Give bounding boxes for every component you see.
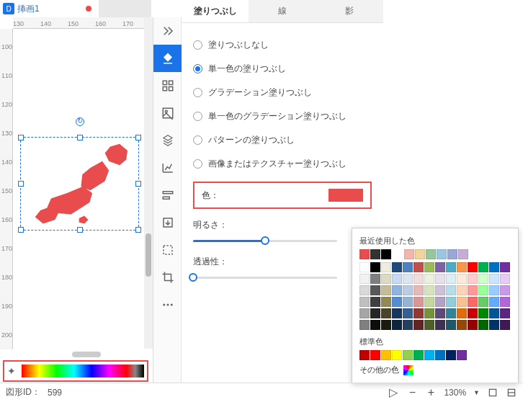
color-cell[interactable] <box>468 262 478 272</box>
color-cell[interactable] <box>392 262 402 272</box>
collapse-panel-button[interactable] <box>153 17 182 45</box>
image-tool-button[interactable] <box>153 99 182 127</box>
align-tool-button[interactable] <box>153 182 182 209</box>
color-cell[interactable] <box>370 308 380 318</box>
zoom-level[interactable]: 130% <box>444 388 466 398</box>
resize-handle-bm[interactable] <box>77 227 83 233</box>
color-cell[interactable] <box>414 285 424 295</box>
color-cell[interactable] <box>424 274 434 284</box>
selection-box[interactable] <box>20 137 139 231</box>
color-cell[interactable] <box>414 297 424 307</box>
hscroll-thumb[interactable] <box>72 352 101 357</box>
vertical-scrollbar[interactable] <box>144 17 153 349</box>
color-cell[interactable] <box>468 308 478 318</box>
color-cell[interactable] <box>381 308 391 318</box>
color-cell[interactable] <box>457 262 467 272</box>
color-cell[interactable] <box>435 350 445 360</box>
vscroll-thumb[interactable] <box>146 233 151 277</box>
outline-tool-button[interactable] <box>153 236 182 264</box>
fill-option-none[interactable]: 塗りつぶしなし <box>193 33 372 57</box>
color-cell[interactable] <box>489 262 499 272</box>
color-cell[interactable] <box>403 320 413 330</box>
color-cell[interactable] <box>435 308 445 318</box>
color-cell[interactable] <box>370 262 380 272</box>
color-cell[interactable] <box>446 285 456 295</box>
color-cell[interactable] <box>403 297 413 307</box>
export-tool-button[interactable] <box>153 209 182 236</box>
color-cell[interactable] <box>414 274 424 284</box>
tab-fill[interactable]: 塗りつぶし <box>182 0 249 22</box>
color-cell[interactable] <box>468 285 478 295</box>
color-cell[interactable] <box>370 249 380 259</box>
color-cell[interactable] <box>424 350 434 360</box>
color-cell[interactable] <box>414 350 424 360</box>
canvas[interactable] <box>13 29 150 349</box>
color-cell[interactable] <box>414 320 424 330</box>
color-cell[interactable] <box>468 274 478 284</box>
color-cell[interactable] <box>500 308 510 318</box>
color-cell[interactable] <box>381 274 391 284</box>
color-cell[interactable] <box>404 249 414 259</box>
color-cell[interactable] <box>426 249 436 259</box>
color-cell[interactable] <box>415 249 425 259</box>
resize-handle-bl[interactable] <box>18 227 24 233</box>
color-cell[interactable] <box>458 249 468 259</box>
color-cell[interactable] <box>392 285 402 295</box>
color-cell[interactable] <box>392 350 402 360</box>
color-cell[interactable] <box>424 285 434 295</box>
color-cell[interactable] <box>381 297 391 307</box>
color-cell[interactable] <box>381 249 391 259</box>
color-cell[interactable] <box>446 262 456 272</box>
color-cell[interactable] <box>446 274 456 284</box>
crop-tool-button[interactable] <box>153 264 182 291</box>
color-cell[interactable] <box>424 308 434 318</box>
color-cell[interactable] <box>359 308 370 318</box>
color-cell[interactable] <box>435 285 445 295</box>
color-cell[interactable] <box>370 285 380 295</box>
color-cell[interactable] <box>489 320 499 330</box>
zoom-in-button[interactable]: + <box>425 387 437 398</box>
color-cell[interactable] <box>381 320 391 330</box>
color-cell[interactable] <box>424 320 434 330</box>
resize-handle-br[interactable] <box>135 227 141 233</box>
color-cell[interactable] <box>446 320 456 330</box>
slider-thumb[interactable] <box>261 236 269 245</box>
color-cell[interactable] <box>500 320 510 330</box>
color-cell[interactable] <box>446 308 456 318</box>
color-cell[interactable] <box>392 308 402 318</box>
color-cell[interactable] <box>370 297 380 307</box>
color-cell[interactable] <box>457 297 467 307</box>
color-cell[interactable] <box>381 285 391 295</box>
color-cell[interactable] <box>447 249 457 259</box>
fill-option-gradient[interactable]: グラデーション塗りつぶし <box>193 81 372 104</box>
resize-handle-ml[interactable] <box>18 181 24 187</box>
color-cell[interactable] <box>457 285 467 295</box>
chevron-down-icon[interactable]: ▼ <box>473 389 480 396</box>
color-cell[interactable] <box>446 350 456 360</box>
color-cell[interactable] <box>414 262 424 272</box>
slider-thumb[interactable] <box>189 273 197 282</box>
color-cell[interactable] <box>359 274 370 284</box>
tab-shadow[interactable]: 影 <box>316 0 383 22</box>
fill-option-texture[interactable]: 画像またはテクスチャー塗りつぶし <box>193 152 372 176</box>
color-cell[interactable] <box>457 350 467 360</box>
color-cell[interactable] <box>392 274 402 284</box>
color-cell[interactable] <box>370 274 380 284</box>
fill-tool-button[interactable] <box>153 45 182 72</box>
color-cell[interactable] <box>478 262 488 272</box>
color-cell[interactable] <box>403 308 413 318</box>
resize-handle-tl[interactable] <box>18 135 24 140</box>
color-cell[interactable] <box>478 297 488 307</box>
color-cell[interactable] <box>478 285 488 295</box>
color-cell[interactable] <box>435 262 445 272</box>
color-cell[interactable] <box>457 320 467 330</box>
fill-option-solid-gradient[interactable]: 単一色のグラデーション塗りつぶし <box>193 104 372 128</box>
rotate-handle[interactable] <box>76 117 84 126</box>
color-cell[interactable] <box>500 297 510 307</box>
color-cell[interactable] <box>468 320 478 330</box>
color-cell[interactable] <box>403 274 413 284</box>
color-cell[interactable] <box>468 297 478 307</box>
color-cell[interactable] <box>457 274 467 284</box>
color-cell[interactable] <box>435 320 445 330</box>
tab-line[interactable]: 線 <box>249 0 316 22</box>
